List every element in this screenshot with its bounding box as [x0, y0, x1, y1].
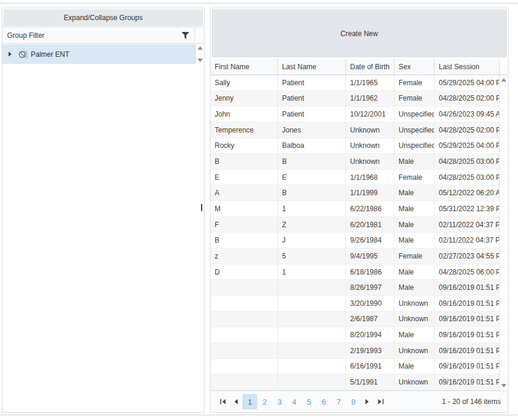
table-cell[interactable] [277, 296, 345, 311]
table-cell[interactable]: 1/1/1999 [345, 185, 394, 201]
table-cell[interactable]: Temperence [211, 122, 277, 138]
table-cell[interactable]: John [211, 106, 277, 122]
table-cell[interactable]: Female [394, 248, 434, 264]
table-cell[interactable]: F [211, 217, 277, 232]
splitter-handle[interactable] [201, 204, 202, 211]
table-row[interactable]: 2/19/1993Unknown09/16/2019 01:51 PM [211, 343, 499, 359]
scroll-up-button[interactable] [501, 78, 507, 82]
chevron-right-icon[interactable] [8, 51, 12, 57]
column-header-last-name[interactable]: Last Name [277, 59, 345, 75]
table-row[interactable]: JohnPatient10/12/2001Unspecified04/26/20… [211, 106, 499, 122]
table-cell[interactable]: 9/4/1995 [345, 248, 394, 264]
scroll-up-button[interactable] [198, 46, 203, 50]
table-cell[interactable]: 5 [277, 248, 345, 264]
table-cell[interactable]: Z [277, 217, 345, 232]
table-cell[interactable]: E [211, 170, 277, 185]
table-cell[interactable]: Unknown [345, 122, 394, 138]
column-header-date-of-birth[interactable]: Date of Birth [345, 59, 394, 75]
table-cell[interactable]: 02/27/2023 04:55 PM [434, 248, 499, 264]
table-cell[interactable]: 04/28/2025 03:00 PM [434, 154, 499, 169]
table-cell[interactable]: Male [394, 201, 434, 217]
table-cell[interactable]: 1/1/1962 [345, 91, 394, 106]
table-cell[interactable]: 9/26/1984 [345, 232, 394, 248]
table-cell[interactable]: 5/1/1991 [345, 374, 394, 390]
table-cell[interactable]: Unknown [345, 154, 394, 169]
table-cell[interactable]: 09/16/2019 01:51 PM [434, 312, 499, 327]
table-row[interactable]: D16/18/1986Male04/28/2025 06:00 PM [211, 264, 499, 280]
table-cell[interactable]: 3/20/1990 [345, 296, 394, 311]
table-cell[interactable]: 1 [277, 201, 345, 217]
table-cell[interactable] [211, 296, 277, 311]
table-cell[interactable]: Female [394, 75, 434, 91]
table-cell[interactable]: Male [394, 232, 434, 248]
pager-last-button[interactable] [374, 394, 387, 409]
table-row[interactable]: M16/22/1986Male05/31/2022 12:39 PM [211, 201, 499, 217]
table-cell[interactable] [277, 312, 345, 327]
table-cell[interactable]: Male [394, 280, 434, 295]
table-cell[interactable]: Unknown [394, 312, 434, 327]
table-cell[interactable]: A [211, 185, 277, 201]
table-cell[interactable]: Unspecified [394, 122, 434, 138]
table-cell[interactable]: B [277, 154, 345, 169]
table-cell[interactable]: Patient [277, 91, 345, 106]
table-cell[interactable]: Unknown [394, 343, 434, 358]
table-cell[interactable]: 10/12/2001 [345, 106, 394, 122]
pager-page-4[interactable]: 4 [287, 394, 302, 409]
table-cell[interactable]: Unspecified [394, 106, 434, 122]
table-cell[interactable] [277, 280, 345, 295]
table-cell[interactable]: Patient [277, 75, 345, 91]
table-cell[interactable]: Female [394, 91, 434, 106]
table-cell[interactable]: B [277, 185, 345, 201]
create-new-button[interactable]: Create New [212, 9, 507, 57]
table-row[interactable]: 3/20/1990Unknown09/16/2019 01:51 PM [211, 296, 499, 312]
table-cell[interactable]: Unknown [394, 296, 434, 311]
table-cell[interactable]: 02/11/2022 04:37 PM [434, 232, 499, 248]
table-cell[interactable]: 09/16/2019 01:51 PM [434, 296, 499, 311]
pager-page-5[interactable]: 5 [302, 394, 316, 409]
pager-page-7[interactable]: 7 [331, 394, 346, 409]
column-header-last-session[interactable]: Last Session [434, 59, 499, 75]
pager-first-button[interactable] [216, 394, 229, 409]
pager-page-1[interactable]: 1 [242, 394, 257, 409]
tree-scrollbar[interactable] [195, 44, 204, 64]
table-cell[interactable]: 09/16/2019 01:51 PM [434, 343, 499, 358]
table-cell[interactable]: Male [394, 264, 434, 280]
table-cell[interactable] [277, 374, 345, 390]
table-cell[interactable]: 04/28/2025 06:00 PM [434, 264, 499, 280]
table-cell[interactable]: 8/20/1994 [345, 327, 394, 343]
table-cell[interactable]: 05/29/2025 04:00 PM [434, 75, 499, 91]
table-row[interactable]: 2/6/1987Unknown09/16/2019 01:51 PM [211, 312, 499, 328]
table-row[interactable]: 5/1/1991Unknown09/16/2019 01:51 PM [211, 374, 499, 390]
table-row[interactable]: FZ6/20/1981Male02/11/2022 04:37 PM [211, 217, 499, 233]
table-cell[interactable] [277, 327, 345, 343]
table-row[interactable]: 8/20/1994Male09/16/2019 01:51 PM [211, 327, 499, 343]
filter-button[interactable] [180, 31, 190, 40]
pager-prev-button[interactable] [229, 394, 242, 409]
table-cell[interactable]: Unspecified [394, 138, 434, 154]
table-cell[interactable] [211, 327, 277, 343]
table-row[interactable]: TemperenceJonesUnknownUnspecified04/28/2… [211, 122, 499, 138]
table-cell[interactable]: M [211, 201, 277, 217]
table-cell[interactable]: 04/28/2025 02:00 PM [434, 122, 499, 138]
table-cell[interactable]: 2/19/1993 [345, 343, 394, 358]
table-cell[interactable]: J [277, 232, 345, 248]
column-header-sex[interactable]: Sex [394, 59, 434, 75]
table-cell[interactable]: B [211, 232, 277, 248]
table-row[interactable]: 6/16/1991Male09/16/2019 01:51 PM [211, 359, 499, 375]
table-row[interactable]: SallyPatient1/1/1965Female05/29/2025 04:… [211, 75, 499, 91]
table-cell[interactable] [211, 280, 277, 295]
pager-page-2[interactable]: 2 [257, 394, 272, 409]
pager-page-6[interactable]: 6 [316, 394, 331, 409]
table-cell[interactable]: 1/1/1968 [345, 170, 394, 185]
scroll-down-button[interactable] [501, 384, 507, 387]
table-cell[interactable]: 04/28/2025 02:00 PM [434, 91, 499, 106]
scroll-down-button[interactable] [198, 59, 203, 62]
table-cell[interactable]: Jenny [211, 91, 277, 106]
pager-next-button[interactable] [361, 394, 374, 409]
table-cell[interactable]: 02/11/2022 04:37 PM [434, 217, 499, 232]
table-cell[interactable]: Patient [277, 106, 345, 122]
group-filter-header-cell[interactable]: Group Filter [2, 27, 195, 43]
table-row[interactable]: BBUnknownMale04/28/2025 03:00 PM [211, 154, 499, 170]
table-cell[interactable]: 8/26/1997 [345, 280, 394, 295]
table-row[interactable]: BJ9/26/1984Male02/11/2022 04:37 PM [211, 232, 499, 248]
